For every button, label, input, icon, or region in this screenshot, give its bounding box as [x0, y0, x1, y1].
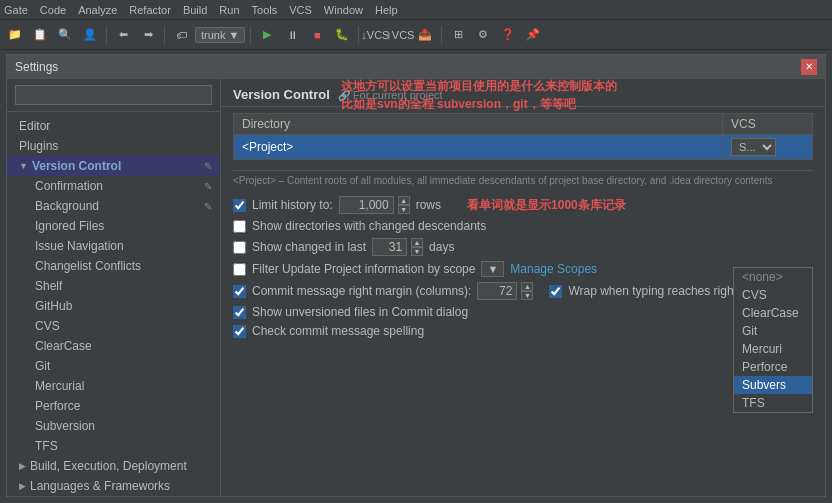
dropdown-option-git[interactable]: Git [734, 322, 812, 340]
sidebar-item-editor[interactable]: Editor [7, 116, 220, 136]
toolbar-sep-1 [106, 26, 107, 44]
menu-run[interactable]: Run [219, 4, 239, 16]
menu-refactor[interactable]: Refactor [129, 4, 171, 16]
filter-update-checkbox[interactable] [233, 263, 246, 276]
sidebar-item-changelist-conflicts[interactable]: Changelist Conflicts [7, 256, 220, 276]
spinner-up[interactable]: ▲ [398, 196, 410, 205]
menu-analyze[interactable]: Analyze [78, 4, 117, 16]
check-spelling-checkbox[interactable] [233, 325, 246, 338]
dropdown-option-tfs[interactable]: TFS [734, 394, 812, 412]
search-input[interactable] [15, 85, 212, 105]
sidebar-item-perforce[interactable]: Perforce [7, 396, 220, 416]
scope-button[interactable]: ▼ [481, 261, 504, 277]
changed-spinner-up[interactable]: ▲ [411, 238, 423, 247]
sidebar-item-shelf[interactable]: Shelf [7, 276, 220, 296]
toolbar-stop-btn[interactable]: ■ [306, 24, 328, 46]
wrap-typing-checkbox[interactable] [549, 285, 562, 298]
margin-spinner-down[interactable]: ▼ [521, 291, 533, 300]
filter-update-label: Filter Update Project information by sco… [252, 262, 475, 276]
manage-scopes-link[interactable]: Manage Scopes [510, 262, 597, 276]
editor-label: Editor [19, 119, 50, 133]
show-changed-label: Show changed in last [252, 240, 366, 254]
sidebar-item-clearcase[interactable]: ClearCase [7, 336, 220, 356]
changed-spinner-down[interactable]: ▼ [411, 247, 423, 256]
limit-history-checkbox[interactable] [233, 199, 246, 212]
option-filter-update: Filter Update Project information by sco… [233, 261, 813, 277]
sidebar-item-version-control[interactable]: ▼ Version Control ✎ [7, 156, 220, 176]
sidebar-item-tfs[interactable]: TFS [7, 436, 220, 456]
settings-dialog: Settings ✕ Editor Plugins ▼ Version Cont… [6, 54, 826, 497]
project-note: <Project> – Content roots of all modules… [233, 170, 813, 190]
sidebar-item-background[interactable]: Background ✎ [7, 196, 220, 216]
show-changed-checkbox[interactable] [233, 241, 246, 254]
option-check-spelling: Check commit message spelling [233, 324, 813, 338]
table-row[interactable]: <Project> S... [234, 135, 813, 160]
dropdown-option-none[interactable]: <none> [734, 268, 812, 286]
commit-margin-label: Commit message right margin (columns): [252, 284, 471, 298]
option-show-changed: Show changed in last ▲ ▼ days [233, 238, 813, 256]
mercurial-label: Mercurial [35, 379, 84, 393]
settings-sidebar: Editor Plugins ▼ Version Control ✎ Confi… [7, 79, 221, 496]
toolbar-terminal[interactable]: ⊞ [447, 24, 469, 46]
clearcase-label: ClearCase [35, 339, 92, 353]
sidebar-item-cvs[interactable]: CVS [7, 316, 220, 336]
toolbar-btn-user[interactable]: 👤 [79, 24, 101, 46]
toolbar-vcs-commit[interactable]: ↑VCS [389, 24, 411, 46]
toolbar-sep-3 [250, 26, 251, 44]
toolbar-vcs-tag[interactable]: trunk ▼ [195, 27, 245, 43]
dropdown-option-mercuri[interactable]: Mercuri [734, 340, 812, 358]
dropdown-option-cvs[interactable]: CVS [734, 286, 812, 304]
sidebar-item-plugins[interactable]: Plugins [7, 136, 220, 156]
margin-spinner-up[interactable]: ▲ [521, 282, 533, 291]
show-unversioned-checkbox[interactable] [233, 306, 246, 319]
dropdown-option-subvers[interactable]: Subvers [734, 376, 812, 394]
menu-window[interactable]: Window [324, 4, 363, 16]
dropdown-option-perforce[interactable]: Perforce [734, 358, 812, 376]
menu-tools[interactable]: Tools [252, 4, 278, 16]
toolbar-settings[interactable]: ⚙ [472, 24, 494, 46]
sidebar-item-build[interactable]: ▶ Build, Execution, Deployment [7, 456, 220, 476]
sidebar-item-ignored-files[interactable]: Ignored Files [7, 216, 220, 236]
sidebar-item-confirmation[interactable]: Confirmation ✎ [7, 176, 220, 196]
vcs-dropdown-overlay: <none> CVS ClearCase Git Mercuri Perforc… [733, 267, 813, 413]
sidebar-item-git[interactable]: Git [7, 356, 220, 376]
commit-margin-input[interactable] [477, 282, 517, 300]
vcs-select[interactable]: S... [731, 138, 776, 156]
toolbar-btn-run-config[interactable]: 🏷 [170, 24, 192, 46]
sidebar-item-github[interactable]: GitHub [7, 296, 220, 316]
dropdown-option-clearcase[interactable]: ClearCase [734, 304, 812, 322]
toolbar-vcs-push[interactable]: 📤 [414, 24, 436, 46]
menu-vcs[interactable]: VCS [289, 4, 312, 16]
lang-label: Languages & Frameworks [30, 479, 170, 493]
limit-history-input[interactable] [339, 196, 394, 214]
dialog-close-btn[interactable]: ✕ [801, 59, 817, 75]
toolbar-btn-2[interactable]: 📋 [29, 24, 51, 46]
show-directories-checkbox[interactable] [233, 220, 246, 233]
show-changed-input[interactable] [372, 238, 407, 256]
sidebar-item-mercurial[interactable]: Mercurial [7, 376, 220, 396]
toolbar-run-btn[interactable]: ▶ [256, 24, 278, 46]
toolbar-help[interactable]: ❓ [497, 24, 519, 46]
sidebar-item-languages[interactable]: ▶ Languages & Frameworks [7, 476, 220, 496]
toolbar-btn-forward[interactable]: ➡ [137, 24, 159, 46]
spinner-down[interactable]: ▼ [398, 205, 410, 214]
sidebar-item-issue-navigation[interactable]: Issue Navigation [7, 236, 220, 256]
menu-gate[interactable]: Gate [4, 4, 28, 16]
toolbar-btn-search[interactable]: 🔍 [54, 24, 76, 46]
menu-build[interactable]: Build [183, 4, 207, 16]
background-edit-icon: ✎ [204, 201, 212, 212]
toolbar-btn-project[interactable]: 📁 [4, 24, 26, 46]
toolbar-pause-btn[interactable]: ⏸ [281, 24, 303, 46]
show-directories-label: Show directories with changed descendant… [252, 219, 486, 233]
git-label: Git [35, 359, 50, 373]
show-unversioned-label: Show unversioned files in Commit dialog [252, 305, 468, 319]
toolbar-btn-back[interactable]: ⬅ [112, 24, 134, 46]
toolbar-debug-btn[interactable]: 🐛 [331, 24, 353, 46]
toolbar-vcs-update[interactable]: ↓VCS [364, 24, 386, 46]
commit-margin-checkbox[interactable] [233, 285, 246, 298]
menu-help[interactable]: Help [375, 4, 398, 16]
limit-history-spinner: ▲ ▼ [398, 196, 410, 214]
toolbar-extra[interactable]: 📌 [522, 24, 544, 46]
menu-code[interactable]: Code [40, 4, 66, 16]
sidebar-item-subversion[interactable]: Subversion [7, 416, 220, 436]
